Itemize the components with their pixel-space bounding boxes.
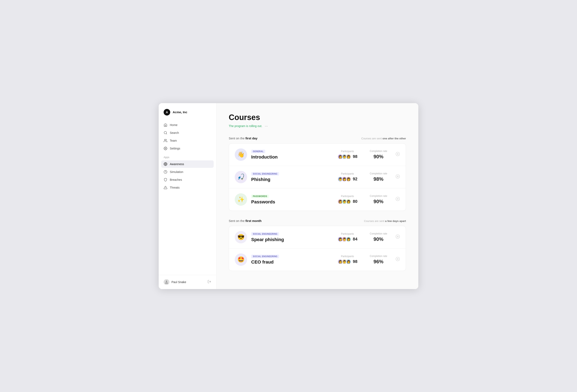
participants-group-passwords: Participants 👩 👨 👩 80 xyxy=(338,195,357,204)
participants-label: Participants xyxy=(341,195,354,198)
nav-item-settings[interactable]: Settings xyxy=(161,145,214,152)
app-window: A Acme, Inc Home Sea xyxy=(159,103,418,289)
course-name-ceo-fraud: CEO fraud xyxy=(251,260,333,265)
completion-group-ceo-fraud: Completion rate 96% xyxy=(370,255,387,264)
course-icon-passwords: ✨ xyxy=(235,193,247,206)
nav-item-threats[interactable]: Threats xyxy=(161,184,214,191)
avatars-spear-phishing: 👩 👨 👩 xyxy=(338,236,351,242)
nav-item-awareness[interactable]: Awareness xyxy=(161,160,214,168)
completion-group-passwords: Completion rate 90% xyxy=(370,195,387,204)
svg-point-20 xyxy=(397,236,398,237)
course-badge-ceo-fraud: SOCIAL ENGINEERING xyxy=(251,255,279,258)
sidebar: A Acme, Inc Home Sea xyxy=(159,103,216,289)
simulation-icon xyxy=(164,170,167,174)
course-settings-introduction[interactable] xyxy=(396,152,400,158)
nav-item-search[interactable]: Search xyxy=(161,129,214,136)
course-row-ceo-fraud: 🤩 SOCIAL ENGINEERING CEO fraud Participa… xyxy=(229,249,406,271)
user-info: Paul Snake xyxy=(164,279,186,285)
svg-point-21 xyxy=(396,234,399,238)
section-first-day-title: Sent on the first day xyxy=(229,136,257,140)
course-row-phishing: 🎣 SOCIAL ENGINEERING Phishing Participan… xyxy=(229,166,406,188)
completion-group-spear-phishing: Completion rate 90% xyxy=(370,232,387,242)
section-first-day-header: Sent on the first day Courses are sent o… xyxy=(229,136,406,140)
status-text: The program is rolling out. xyxy=(229,124,262,128)
brand-name: Acme, Inc xyxy=(173,110,187,114)
course-settings-spear-phishing[interactable] xyxy=(396,234,400,240)
threats-icon xyxy=(164,186,167,189)
apps-section-label: Apps xyxy=(159,153,216,160)
section-first-month-header: Sent on the first month Courses are sent… xyxy=(229,219,406,223)
logout-icon[interactable] xyxy=(208,280,211,284)
avatars-passwords: 👩 👨 👩 xyxy=(338,199,351,204)
course-badge-passwords: PASSWORDS xyxy=(251,195,269,198)
nav-item-team[interactable]: Team xyxy=(161,137,214,144)
settings-icon xyxy=(164,147,167,150)
course-stats-spear-phishing: Participants 👩 👨 👩 84 Completion rate xyxy=(338,232,387,242)
svg-point-18 xyxy=(397,198,398,199)
avatars-phishing: 👨 👩 👩 xyxy=(338,176,351,182)
course-name-spear-phishing: Spear phishing xyxy=(251,237,333,242)
completion-label: Completion rate xyxy=(370,232,387,235)
course-info-introduction: GENERAL Introduction xyxy=(251,149,333,160)
home-icon xyxy=(164,123,167,127)
avatar: 👩 xyxy=(346,154,351,159)
course-stats-phishing: Participants 👨 👩 👩 92 Completion rate xyxy=(338,172,387,182)
course-stats-introduction: Participants 👩 👨 👩 98 Completion rate xyxy=(338,150,387,160)
avatar: 👩 xyxy=(346,199,351,204)
course-row-introduction: 👋 GENERAL Introduction Participants 👩 👨 … xyxy=(229,143,406,166)
avatars-introduction: 👩 👨 👩 xyxy=(338,154,351,159)
course-badge-spear-phishing: SOCIAL ENGINEERING xyxy=(251,232,279,236)
nav-item-simulation[interactable]: Simulation xyxy=(161,168,214,176)
brand: A Acme, Inc xyxy=(159,109,216,121)
svg-point-17 xyxy=(396,174,399,178)
completion-label: Completion rate xyxy=(370,150,387,153)
search-icon xyxy=(164,131,167,135)
course-icon-introduction: 👋 xyxy=(235,148,247,161)
brand-avatar: A xyxy=(164,109,170,116)
participants-label: Participants xyxy=(341,232,354,235)
more-button[interactable]: ··· xyxy=(265,124,268,128)
team-icon xyxy=(164,139,167,142)
participants-group-phishing: Participants 👨 👩 👩 92 xyxy=(338,172,357,182)
svg-point-22 xyxy=(397,258,398,260)
course-info-ceo-fraud: SOCIAL ENGINEERING CEO fraud xyxy=(251,254,333,265)
first-month-courses-card: 😎 SOCIAL ENGINEERING Spear phishing Part… xyxy=(229,226,406,271)
nav-label-settings: Settings xyxy=(170,147,180,150)
participants-count-ceo-fraud: 98 xyxy=(353,259,357,264)
completion-value-ceo-fraud: 96% xyxy=(374,259,384,264)
avatars-ceo-fraud: 👩 👨 👩 xyxy=(338,259,351,264)
nav-item-home[interactable]: Home xyxy=(161,121,214,129)
completion-label: Completion rate xyxy=(370,172,387,175)
course-settings-phishing[interactable] xyxy=(396,174,400,180)
user-avatar xyxy=(164,279,169,285)
svg-point-19 xyxy=(396,197,399,200)
course-settings-passwords[interactable] xyxy=(396,196,400,202)
sidebar-footer: Paul Snake xyxy=(159,275,216,289)
section-first-month-hint: Courses are sent a few days apart xyxy=(364,220,406,223)
program-status: The program is rolling out. ··· xyxy=(229,124,406,128)
participants-count-introduction: 98 xyxy=(353,154,357,159)
svg-point-16 xyxy=(397,176,398,177)
participants-count-phishing: 92 xyxy=(353,177,357,181)
course-settings-ceo-fraud[interactable] xyxy=(396,257,400,262)
course-info-phishing: SOCIAL ENGINEERING Phishing xyxy=(251,172,333,182)
course-stats-passwords: Participants 👩 👨 👩 80 Completion rate xyxy=(338,195,387,204)
avatar: 👩 xyxy=(346,236,351,242)
nav-item-breaches[interactable]: Breaches xyxy=(161,176,214,183)
completion-label: Completion rate xyxy=(370,255,387,258)
apps-nav: Awareness Simulation Breaches xyxy=(159,160,216,192)
course-icon-spear-phishing: 😎 xyxy=(235,231,247,243)
svg-point-3 xyxy=(165,148,166,149)
nav-label-awareness: Awareness xyxy=(170,163,184,166)
page-title: Courses xyxy=(229,113,406,122)
participants-label: Participants xyxy=(341,150,354,153)
completion-group-phishing: Completion rate 98% xyxy=(370,172,387,182)
svg-point-14 xyxy=(397,153,398,155)
first-day-courses-card: 👋 GENERAL Introduction Participants 👩 👨 … xyxy=(229,143,406,211)
completion-label: Completion rate xyxy=(370,195,387,197)
main-nav: Home Search xyxy=(159,121,216,153)
course-icon-phishing: 🎣 xyxy=(235,171,247,183)
course-name-introduction: Introduction xyxy=(251,154,333,160)
participants-label: Participants xyxy=(341,255,354,258)
course-badge-introduction: GENERAL xyxy=(251,150,265,153)
